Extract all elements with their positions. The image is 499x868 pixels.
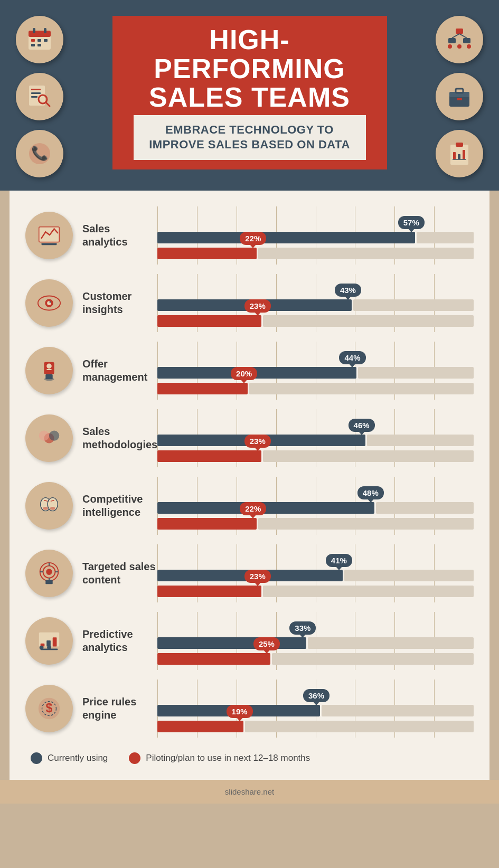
red-bar-row-targeted-sales-content: 23% (157, 586, 474, 597)
red-badge-sales-methodologies: 23% (244, 435, 271, 448)
red-bar-bg-targeted-sales-content (263, 586, 474, 597)
red-bar-row-offer-management: 20% (157, 383, 474, 394)
dark-bar-bg-targeted-sales-content (344, 570, 474, 581)
row-label-customer-insights: Customer insights (73, 290, 157, 316)
row-label-competitive-intelligence: Competitive intelligence (73, 493, 157, 519)
red-bar-targeted-sales-content: 23% (157, 586, 261, 597)
dark-bar-row-sales-analytics: 57% (157, 232, 474, 243)
bars-container-sales-methodologies: 46% 23% (157, 435, 474, 462)
row-icon-predictive-analytics (25, 617, 73, 665)
svg-point-22 (448, 44, 452, 49)
dark-badge-predictive-analytics: 33% (289, 621, 316, 635)
svg-rect-27 (456, 89, 463, 93)
red-bar-row-sales-methodologies: 23% (157, 450, 474, 462)
legend-piloting: Piloting/plan to use in next 12–18 month… (129, 752, 310, 764)
main-content: Sales analytics 57% 22% (10, 191, 489, 780)
dark-badge-price-rules-engine: 36% (303, 689, 329, 702)
svg-point-54 (50, 507, 55, 510)
svg-rect-2 (33, 28, 35, 33)
row-icon-competitive-intelligence (25, 482, 73, 530)
dark-badge-targeted-sales-content: 41% (326, 554, 352, 567)
red-badge-offer-management: 20% (231, 367, 257, 380)
briefcase-icon (436, 73, 483, 120)
red-bar-bg-competitive-intelligence (258, 518, 474, 530)
svg-text:$: $ (46, 701, 53, 715)
header-icons-right (436, 16, 483, 177)
title-box: HIGH-PERFORMING SALES TEAMS EMBRACE TECH… (112, 16, 387, 169)
svg-rect-10 (31, 89, 41, 90)
svg-rect-32 (458, 154, 460, 159)
svg-rect-62 (45, 580, 52, 584)
legend-currently-using-label: Currently using (48, 753, 108, 763)
dark-bar-bg-sales-analytics (417, 232, 474, 243)
bars-container-price-rules-engine: 36% 19% (157, 705, 474, 732)
svg-rect-4 (31, 39, 35, 42)
document-search-icon (16, 73, 63, 120)
subtitle-box: EMBRACE TECHNOLOGY TO IMPROVE SALES BASE… (134, 115, 366, 160)
svg-point-43 (44, 378, 54, 381)
bars-container-sales-analytics: 57% 22% (157, 232, 474, 259)
svg-point-24 (467, 44, 471, 49)
svg-rect-7 (31, 44, 35, 46)
svg-rect-28 (457, 98, 462, 100)
row-label-sales-analytics: Sales analytics (73, 222, 157, 249)
red-bar-bg-predictive-analytics (272, 653, 474, 665)
svg-rect-31 (453, 152, 456, 159)
red-bar-sales-methodologies: 23% (157, 450, 261, 462)
svg-point-47 (49, 431, 59, 441)
svg-rect-11 (31, 92, 41, 94)
red-bar-bg-customer-insights (263, 315, 474, 327)
svg-rect-66 (53, 637, 57, 646)
dark-bar-bg-customer-insights (353, 299, 474, 311)
row-sales-methodologies: Sales methodologies 46% 23% (25, 414, 474, 462)
row-offer-management: Offer management 44% 20% (25, 347, 474, 394)
dark-badge-offer-management: 44% (339, 351, 365, 364)
svg-rect-69 (41, 648, 58, 650)
subtitle-text: EMBRACE TECHNOLOGY TO IMPROVE SALES BASE… (144, 122, 355, 153)
clipboard-chart-icon (436, 130, 483, 177)
red-badge-price-rules-engine: 19% (227, 705, 253, 718)
svg-point-53 (43, 507, 48, 510)
row-targeted-sales-content: Targeted sales content 41% 23% (25, 550, 474, 597)
bars-container-customer-insights: 43% 23% (157, 299, 474, 327)
dark-bar-bg-price-rules-engine (322, 705, 474, 716)
svg-rect-19 (463, 38, 470, 43)
dark-badge-sales-methodologies: 46% (349, 419, 375, 432)
svg-rect-33 (463, 150, 465, 159)
svg-rect-45 (46, 369, 52, 370)
red-badge-sales-analytics: 22% (240, 232, 266, 245)
row-icon-offer-management (25, 347, 73, 394)
red-bar-predictive-analytics: 25% (157, 653, 270, 665)
svg-line-21 (459, 34, 467, 38)
row-icon-sales-analytics (25, 212, 73, 259)
row-competitive-intelligence: Competitive intelligence 48% 22% (25, 482, 474, 530)
red-badge-predictive-analytics: 25% (253, 637, 280, 650)
row-icon-price-rules-engine: $ (25, 685, 73, 732)
phone-icon: 📞 (16, 130, 63, 177)
legend-piloting-label: Piloting/plan to use in next 12–18 month… (146, 753, 310, 763)
bars-container-predictive-analytics: 33% 25% (157, 637, 474, 665)
dark-bar-row-sales-methodologies: 46% (157, 435, 474, 446)
svg-rect-3 (44, 28, 46, 33)
svg-text:📞: 📞 (31, 145, 49, 162)
svg-point-48 (39, 431, 49, 441)
row-icon-targeted-sales-content (25, 550, 73, 597)
svg-point-40 (49, 301, 51, 303)
dark-bar-bg-offer-management (358, 367, 474, 379)
svg-rect-6 (44, 39, 48, 42)
dark-bar-row-customer-insights: 43% (157, 299, 474, 311)
red-bar-row-customer-insights: 23% (157, 315, 474, 327)
dark-bar-bg-competitive-intelligence (376, 502, 474, 514)
row-label-targeted-sales-content: Targeted sales content (73, 560, 157, 587)
red-bar-bg-price-rules-engine (245, 721, 474, 732)
row-label-offer-management: Offer management (73, 357, 157, 384)
row-label-predictive-analytics: Predictive analytics (73, 628, 157, 654)
red-bar-price-rules-engine: 19% (157, 721, 243, 732)
row-customer-insights: Customer insights 43% 23% (25, 279, 474, 327)
bars-container-competitive-intelligence: 48% 22% (157, 502, 474, 530)
calendar-icon (16, 16, 63, 63)
red-bar-bg-offer-management (249, 383, 474, 394)
svg-rect-36 (42, 243, 57, 245)
red-bar-bg-sales-analytics (258, 248, 474, 259)
legend: Currently using Piloting/plan to use in … (25, 752, 474, 764)
